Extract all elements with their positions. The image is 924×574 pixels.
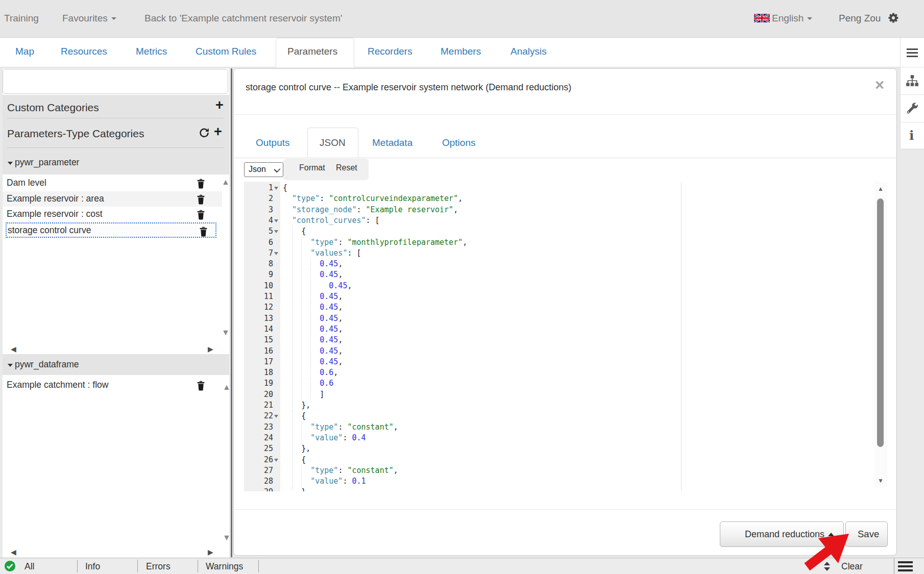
scrollbar-thumb[interactable] bbox=[877, 198, 884, 447]
brand-link[interactable]: Training bbox=[4, 13, 39, 24]
fold-toggle-icon[interactable] bbox=[274, 230, 278, 233]
parameters-sidebar: Custom Categories + Parameters-Type Cate… bbox=[3, 68, 229, 557]
list-item-example-reservoir-cost[interactable]: Example reservoir : cost bbox=[3, 207, 222, 222]
panel-title: storage control curve -- Example reservo… bbox=[246, 82, 571, 93]
model-tab-bar: Map Resources Metrics Custom Rules Param… bbox=[0, 38, 924, 67]
scroll-up-icon[interactable]: ▲ bbox=[223, 383, 231, 391]
trash-icon[interactable] bbox=[196, 209, 206, 220]
tab-metadata[interactable]: Metadata bbox=[372, 137, 412, 148]
trash-icon[interactable] bbox=[199, 226, 208, 237]
editor-mode-select[interactable]: Json bbox=[244, 162, 283, 177]
log-menu-button[interactable] bbox=[898, 559, 913, 571]
list-item-example-catchment-flow[interactable]: Example catchment : flow bbox=[3, 378, 222, 393]
group-header-pywr-dataframe[interactable]: pywr_dataframe bbox=[8, 359, 79, 370]
language-menu[interactable]: English bbox=[772, 13, 812, 24]
scroll-down-icon[interactable]: ▼ bbox=[223, 534, 231, 541]
line-number: 29 bbox=[264, 487, 273, 491]
add-custom-category-button[interactable]: + bbox=[215, 100, 224, 110]
scroll-left-icon[interactable]: ◀ bbox=[11, 549, 16, 556]
format-button[interactable]: Format bbox=[299, 163, 325, 172]
code-line: 0.45, bbox=[283, 302, 343, 313]
json-code-editor[interactable]: 1234567891011121314151617181920212223242… bbox=[244, 182, 887, 491]
tab-members[interactable]: Members bbox=[441, 46, 481, 57]
tab-options[interactable]: Options bbox=[442, 137, 475, 148]
network-tree-button[interactable] bbox=[901, 67, 924, 95]
scroll-right-icon[interactable]: ▶ bbox=[208, 346, 213, 353]
line-number: 7 bbox=[269, 248, 273, 259]
save-button[interactable]: Save bbox=[845, 521, 888, 547]
user-menu[interactable]: Peng Zou bbox=[839, 13, 881, 24]
print-margin-line bbox=[681, 182, 682, 491]
line-number: 13 bbox=[264, 313, 273, 324]
panel-splitter-handle[interactable] bbox=[231, 68, 232, 557]
custom-categories-title: Custom Categories bbox=[7, 102, 99, 114]
list-item-storage-control-curve[interactable]: storage control curve bbox=[6, 222, 216, 238]
scroll-down-icon[interactable]: ▼ bbox=[878, 478, 884, 484]
status-tab-all[interactable]: All bbox=[25, 561, 34, 572]
divider bbox=[137, 560, 138, 572]
line-number: 8 bbox=[269, 259, 273, 269]
scroll-left-icon[interactable]: ◀ bbox=[11, 346, 16, 353]
tabs-underline bbox=[234, 158, 896, 158]
tab-recorders[interactable]: Recorders bbox=[368, 46, 412, 57]
fold-toggle-icon[interactable] bbox=[274, 187, 278, 190]
chevron-down-icon bbox=[274, 166, 281, 173]
line-number: 10 bbox=[264, 281, 273, 291]
fold-toggle-icon[interactable] bbox=[274, 459, 278, 462]
fold-toggle-icon[interactable] bbox=[274, 252, 278, 255]
list-item-example-reservoir-area[interactable]: Example reservoir : area bbox=[3, 191, 222, 207]
code-line: 0.45, bbox=[283, 291, 343, 302]
tab-map[interactable]: Map bbox=[15, 46, 34, 57]
gear-icon[interactable] bbox=[888, 12, 899, 26]
divider bbox=[234, 509, 896, 510]
categories-header-block: Custom Categories + Parameters-Type Cate… bbox=[3, 95, 229, 174]
tab-json[interactable]: JSON bbox=[320, 137, 346, 148]
reset-button[interactable]: Reset bbox=[336, 163, 357, 172]
scenario-dropdown-button[interactable]: Demand reductions bbox=[720, 521, 844, 547]
settings-button[interactable] bbox=[901, 95, 924, 122]
status-tab-info[interactable]: Info bbox=[85, 561, 100, 572]
trash-icon[interactable] bbox=[196, 178, 206, 189]
group-header-block: pywr_dataframe bbox=[3, 354, 229, 375]
sidebar-toggle-button[interactable] bbox=[900, 38, 924, 67]
code-line: } bbox=[283, 487, 306, 491]
info-button[interactable]: i bbox=[901, 122, 924, 150]
clear-log-button[interactable]: Clear bbox=[841, 561, 863, 572]
tab-custom-rules[interactable]: Custom Rules bbox=[196, 46, 256, 57]
scroll-up-icon[interactable]: ▲ bbox=[222, 178, 230, 186]
line-number: 5 bbox=[269, 226, 273, 237]
tab-metrics[interactable]: Metrics bbox=[136, 46, 167, 57]
divider bbox=[234, 114, 896, 115]
scroll-up-icon[interactable]: ▲ bbox=[878, 186, 884, 192]
list-item-label: Example catchment : flow bbox=[7, 380, 108, 390]
fold-toggle-icon[interactable] bbox=[274, 415, 278, 418]
list-item-dam-level[interactable]: Dam level bbox=[3, 176, 222, 191]
editor-scrollbar[interactable]: ▲ ▼ bbox=[874, 182, 887, 488]
back-link[interactable]: Back to 'Example catchment reservoir sys… bbox=[144, 13, 342, 24]
trash-icon[interactable] bbox=[196, 194, 206, 205]
line-number: 11 bbox=[264, 291, 273, 302]
group-header-pywr-parameter[interactable]: pywr_parameter bbox=[8, 157, 79, 168]
menu-icon bbox=[907, 46, 918, 57]
code-line: 0.6 bbox=[283, 378, 333, 389]
close-icon[interactable]: × bbox=[875, 77, 884, 93]
status-tab-errors[interactable]: Errors bbox=[146, 561, 171, 572]
fold-toggle-icon[interactable] bbox=[274, 219, 278, 222]
code-line: }, bbox=[283, 443, 310, 454]
tab-parameters[interactable]: Parameters bbox=[287, 46, 337, 57]
status-tab-warnings[interactable]: Warnings bbox=[206, 561, 243, 572]
sort-icon[interactable] bbox=[822, 561, 832, 573]
refresh-icon[interactable] bbox=[199, 127, 210, 140]
line-number: 28 bbox=[264, 476, 273, 487]
add-parameter-category-button[interactable]: + bbox=[214, 127, 222, 137]
tab-analysis[interactable]: Analysis bbox=[510, 46, 547, 57]
favourites-menu[interactable]: Favourites bbox=[62, 13, 116, 24]
tab-resources[interactable]: Resources bbox=[61, 46, 107, 57]
scroll-down-icon[interactable]: ▼ bbox=[222, 329, 230, 336]
status-bar: All Info Errors Warnings Clear bbox=[0, 558, 924, 574]
trash-icon[interactable] bbox=[196, 380, 206, 391]
tab-outputs[interactable]: Outputs bbox=[256, 137, 290, 148]
line-number: 15 bbox=[264, 335, 273, 345]
scroll-right-icon[interactable]: ▶ bbox=[208, 549, 213, 556]
search-input[interactable] bbox=[3, 69, 228, 94]
